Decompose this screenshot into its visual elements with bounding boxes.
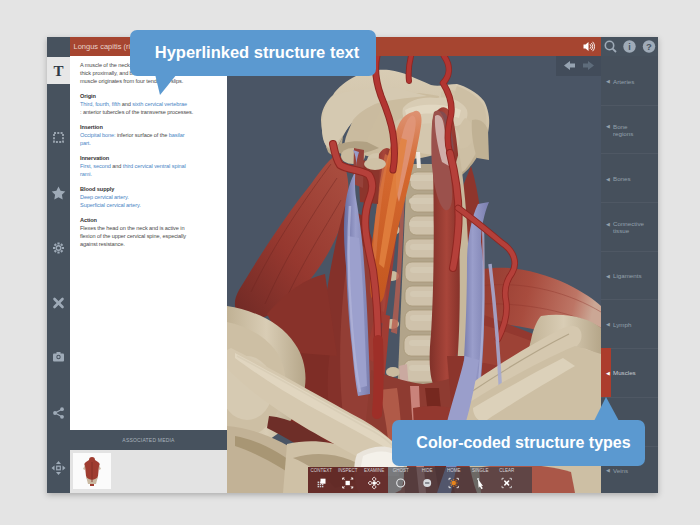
svg-text:?: ? [646, 41, 652, 52]
svg-text:i: i [628, 42, 631, 52]
